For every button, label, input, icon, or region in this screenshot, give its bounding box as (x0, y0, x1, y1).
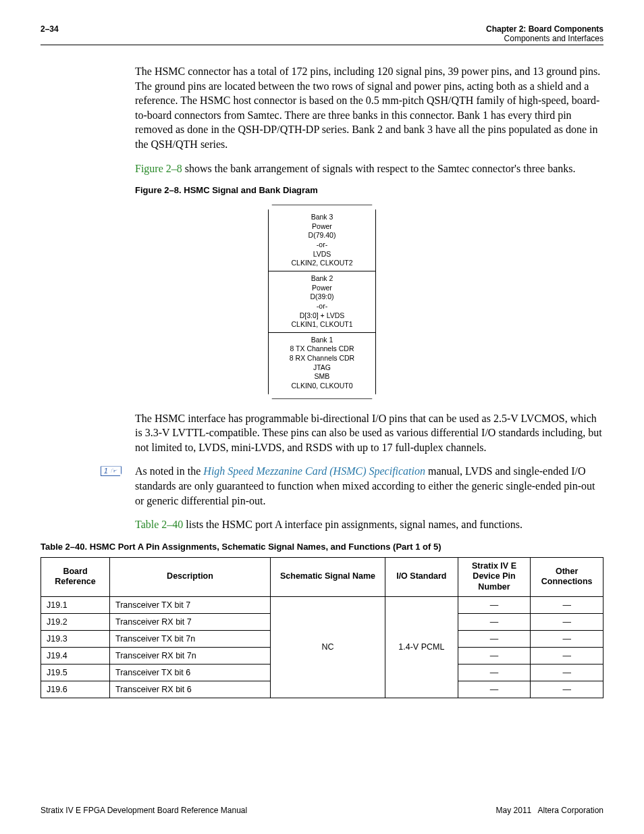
cell-other: — (531, 664, 603, 681)
diagram-bottom-edge (268, 394, 376, 399)
paragraph-2-text: shows the bank arrangement of signals wi… (182, 163, 576, 174)
table-header-row: Board Reference Description Schematic Si… (41, 557, 603, 596)
table-caption: Table 2–40. HSMC Port A Pin Assignments,… (41, 542, 603, 552)
main-content-cont: The HSMC interface has programmable bi-d… (135, 411, 603, 532)
note-icon-container: 1 ☞ (41, 464, 135, 476)
footer-left: Stratix IV E FPGA Development Board Refe… (41, 806, 247, 815)
cell-desc: Transceiver TX bit 7n (110, 630, 271, 647)
th-description: Description (110, 557, 271, 596)
external-link[interactable]: High Speed Mezzanine Card (HSMC) Specifi… (203, 465, 425, 477)
header-right: Chapter 2: Board Components Components a… (486, 24, 603, 43)
cell-other: — (531, 681, 603, 698)
paragraph-1: The HSMC connector has a total of 172 pi… (135, 64, 603, 152)
cell-ref: J19.2 (41, 613, 110, 630)
th-schematic: Schematic Signal Name (271, 557, 385, 596)
footer-right: May 2011 Altera Corporation (496, 806, 603, 815)
bank3-line: CLKIN2, CLKOUT2 (270, 259, 374, 268)
cell-ref: J19.6 (41, 681, 110, 698)
cell-pin: — (458, 647, 531, 664)
note-block: 1 ☞ As noted in the High Speed Mezzanine… (135, 464, 603, 508)
footer-date: May 2011 (496, 806, 532, 815)
page-footer: Stratix IV E FPGA Development Board Refe… (41, 806, 603, 815)
cell-desc: Transceiver RX bit 7n (110, 647, 271, 664)
cell-pin: — (458, 596, 531, 613)
cell-desc: Transceiver TX bit 6 (110, 664, 271, 681)
cell-ref: J19.4 (41, 647, 110, 664)
p5-rest: lists the HSMC port A interface pin assi… (183, 519, 522, 530)
cell-other: — (531, 630, 603, 647)
bank2-line: Bank 2 (270, 274, 374, 284)
th-pin-number: Stratix IV E Device Pin Number (458, 557, 531, 596)
cell-other: — (531, 647, 603, 664)
cell-ref: J19.1 (41, 596, 110, 613)
paragraph-4: As noted in the High Speed Mezzanine Car… (135, 464, 603, 508)
bank3-line: Power (270, 222, 374, 232)
bank2-line: CLKIN1, CLKOUT1 (270, 320, 374, 330)
bank1-line: SMB (270, 372, 374, 382)
page-header: 2–34 Chapter 2: Board Components Compone… (41, 24, 603, 45)
bank1-line: Bank 1 (270, 336, 374, 345)
bank-1-box: Bank 1 8 TX Channels CDR 8 RX Channels C… (268, 332, 376, 394)
th-board-ref: Board Reference (41, 557, 110, 596)
bank-2-box: Bank 2 Power D(39:0) -or- D[3:0] + LVDS … (268, 271, 376, 333)
cell-pin: — (458, 681, 531, 698)
cell-iostd-merged: 1.4-V PCML (385, 596, 458, 698)
cell-desc: Transceiver TX bit 7 (110, 596, 271, 613)
cell-ref: J19.5 (41, 664, 110, 681)
paragraph-5: Table 2–40 lists the HSMC port A interfa… (135, 517, 603, 532)
cell-desc: Transceiver RX bit 7 (110, 613, 271, 630)
cell-pin: — (458, 664, 531, 681)
note-icon: 1 ☞ (101, 466, 122, 476)
section-title: Components and Interfaces (486, 34, 603, 43)
figure-caption: Figure 2–8. HSMC Signal and Bank Diagram (135, 185, 603, 195)
cell-pin: — (458, 613, 531, 630)
cell-ref: J19.3 (41, 630, 110, 647)
bank-3-box: Bank 3 Power D(79.40) -or- LVDS CLKIN2, … (268, 209, 376, 271)
main-content: The HSMC connector has a total of 172 pi… (135, 64, 603, 176)
bank2-line: -or- (270, 302, 374, 311)
cell-pin: — (458, 630, 531, 647)
bank3-line: Bank 3 (270, 213, 374, 222)
bank3-line: -or- (270, 240, 374, 250)
bank2-line: Power (270, 284, 374, 293)
table-row: J19.1 Transceiver TX bit 7 NC 1.4-V PCML… (41, 596, 603, 613)
th-io-standard: I/O Standard (385, 557, 458, 596)
bank3-line: LVDS (270, 250, 374, 259)
bank2-line: D[3:0] + LVDS (270, 311, 374, 321)
bank1-line: 8 RX Channels CDR (270, 354, 374, 363)
bank1-line: CLKIN0, CLKOUT0 (270, 382, 374, 391)
figure-link[interactable]: Figure 2–8 (135, 163, 182, 174)
diagram-top-edge (268, 205, 376, 210)
paragraph-2: Figure 2–8 shows the bank arrangement of… (135, 161, 603, 176)
chapter-title: Chapter 2: Board Components (486, 24, 603, 34)
bank1-line: JTAG (270, 363, 374, 373)
bank2-line: D(39:0) (270, 292, 374, 302)
bank-diagram: Bank 3 Power D(79.40) -or- LVDS CLKIN2, … (268, 205, 376, 399)
bank1-line: 8 TX Channels CDR (270, 344, 374, 354)
bank3-line: D(79.40) (270, 231, 374, 240)
cell-schematic-merged: NC (271, 596, 385, 698)
pin-assignment-table: Board Reference Description Schematic Si… (41, 557, 603, 698)
cell-other: — (531, 596, 603, 613)
cell-desc: Transceiver RX bit 6 (110, 681, 271, 698)
cell-other: — (531, 613, 603, 630)
table-link[interactable]: Table 2–40 (135, 519, 183, 530)
th-other: Other Connections (531, 557, 603, 596)
paragraph-3: The HSMC interface has programmable bi-d… (135, 411, 603, 455)
footer-corp: Altera Corporation (538, 806, 603, 815)
p4-pre: As noted in the (135, 465, 203, 477)
page-number: 2–34 (41, 24, 59, 34)
